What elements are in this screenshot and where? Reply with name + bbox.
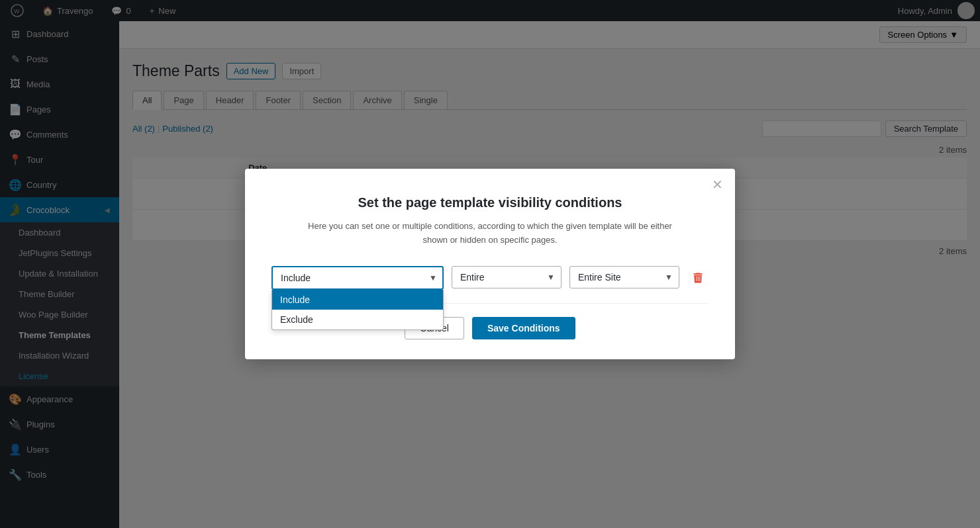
save-conditions-button[interactable]: Save Conditions <box>472 317 575 339</box>
modal-description: Here you can set one or multiple conditi… <box>271 220 709 247</box>
entire-site-dropdown-wrapper: Entire Site ▼ <box>569 266 679 288</box>
trash-icon <box>691 271 705 285</box>
dropdown-option-include[interactable]: Include <box>272 290 443 310</box>
delete-condition-button[interactable] <box>687 266 709 290</box>
modal-overlay[interactable]: ✕ Set the page template visibility condi… <box>0 0 980 528</box>
include-dropdown-wrapper: Include ▼ Include Exclude <box>271 266 444 290</box>
modal-title: Set the page template visibility conditi… <box>271 195 709 210</box>
modal-close-button[interactable]: ✕ <box>712 178 723 191</box>
modal-conditions-row: Include ▼ Include Exclude Entire ▼ <box>271 266 709 290</box>
dropdown-option-exclude[interactable]: Exclude <box>272 310 443 330</box>
include-dropdown-value: Include <box>281 273 311 283</box>
include-dropdown-trigger[interactable]: Include <box>271 266 444 290</box>
include-dropdown-list: Include Exclude <box>271 290 444 330</box>
entire-dropdown[interactable]: Entire <box>452 266 562 288</box>
entire-dropdown-wrapper: Entire ▼ <box>452 266 562 288</box>
modal: ✕ Set the page template visibility condi… <box>245 169 735 359</box>
entire-site-dropdown[interactable]: Entire Site <box>569 266 679 288</box>
